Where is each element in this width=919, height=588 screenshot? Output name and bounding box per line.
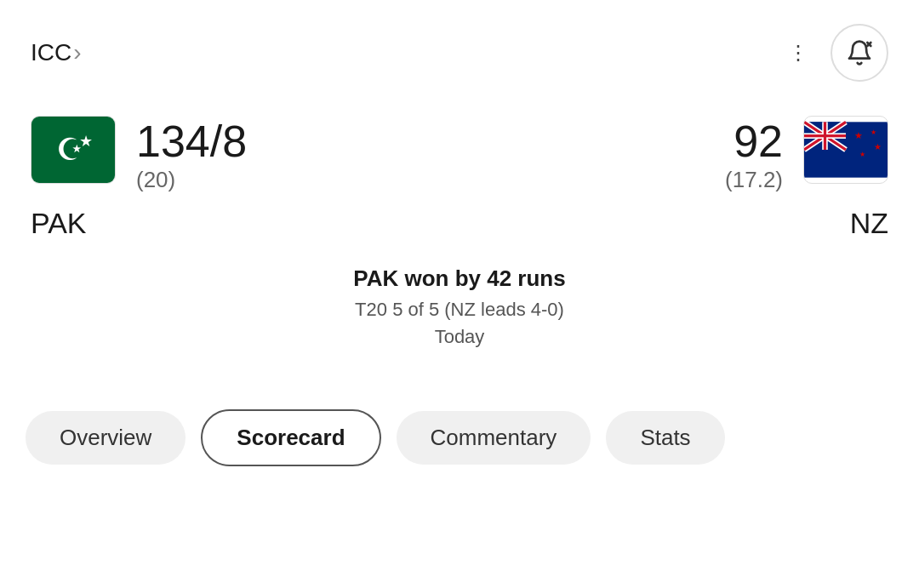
svg-text:★: ★: [874, 142, 882, 151]
tabs-row: Overview Scorecard Commentary Stats: [0, 384, 919, 483]
svg-rect-11: [804, 134, 846, 137]
nz-team-name: NZ: [850, 207, 888, 240]
pak-score-info: 134/8 (20): [136, 116, 247, 193]
tab-overview[interactable]: Overview: [26, 411, 186, 465]
breadcrumb-label: ICC: [31, 39, 71, 66]
more-icon[interactable]: ⋮: [788, 41, 810, 65]
tab-scorecard[interactable]: Scorecard: [201, 409, 380, 466]
match-section: 134/8 (20): [0, 99, 919, 384]
share-notification-button[interactable]: [831, 24, 888, 82]
nz-overs: (17.2): [725, 167, 783, 193]
pak-team-name: PAK: [31, 207, 87, 240]
nz-flag: ★ ★ ★ ★: [804, 117, 888, 183]
header-actions: ⋮: [788, 24, 888, 82]
svg-text:★: ★: [854, 130, 863, 140]
svg-text:★: ★: [870, 128, 876, 136]
teams-row: 134/8 (20): [31, 116, 888, 193]
team-names-row: PAK NZ: [31, 207, 888, 240]
tab-stats[interactable]: Stats: [606, 411, 724, 465]
tab-commentary[interactable]: Commentary: [397, 411, 591, 465]
icc-breadcrumb[interactable]: ICC›: [31, 39, 82, 66]
nz-score: 92: [733, 119, 783, 163]
breadcrumb-chevron: ›: [73, 39, 81, 66]
series-info: T20 5 of 5 (NZ leads 4-0): [31, 299, 888, 321]
share-notification-icon: [846, 39, 873, 66]
pak-score: 134/8: [136, 119, 247, 163]
nz-score-info: 92 (17.2): [725, 116, 783, 193]
result-text: PAK won by 42 runs: [31, 265, 888, 292]
pak-flag-box: [31, 116, 116, 184]
match-date: Today: [31, 326, 888, 348]
pak-overs: (20): [136, 167, 175, 193]
pak-flag: [31, 117, 115, 183]
svg-text:★: ★: [859, 151, 865, 158]
header: ICC› ⋮: [0, 0, 919, 99]
team-away: ★ ★ ★ ★ 92 (17.2): [725, 116, 888, 193]
team-home: 134/8 (20): [31, 116, 247, 193]
nz-flag-box: ★ ★ ★ ★: [803, 116, 888, 184]
match-result: PAK won by 42 runs T20 5 of 5 (NZ leads …: [31, 265, 888, 348]
